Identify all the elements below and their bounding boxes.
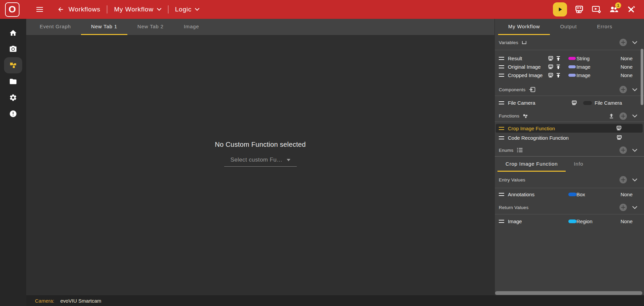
add-function-button[interactable] xyxy=(619,112,627,120)
variable-name: Result xyxy=(508,56,548,61)
horizontal-scrollbar[interactable] xyxy=(495,291,642,295)
drag-handle-icon[interactable] xyxy=(499,74,504,77)
return-values-section-header: Return Values xyxy=(495,201,644,214)
components-icon xyxy=(529,87,535,92)
sidebar-item-notifications[interactable] xyxy=(0,106,26,122)
panel-tab-my-workflow[interactable]: My Workflow xyxy=(498,19,550,35)
camera-link-icon xyxy=(572,100,577,106)
chevron-down-icon xyxy=(157,8,161,11)
variables-section-header: Variables xyxy=(495,35,644,50)
camera-value: evoVIU Smartcam xyxy=(61,298,102,304)
panel-tab-bar: My Workflow Output Errors xyxy=(495,19,644,35)
collapse-chevron-icon[interactable] xyxy=(632,114,637,117)
workflow-selector[interactable]: My Workflow xyxy=(114,6,161,13)
entry-values-section-header: Entry Values xyxy=(495,172,644,188)
variable-name: Original Image xyxy=(508,64,548,70)
drag-handle-icon[interactable] xyxy=(499,220,504,223)
drag-handle-icon[interactable] xyxy=(499,65,504,68)
tab-new-tab-2[interactable]: New Tab 2 xyxy=(127,19,174,35)
component-row[interactable]: File Camera File Camera xyxy=(495,99,644,107)
drag-handle-icon[interactable] xyxy=(499,136,504,139)
camera-link-icon[interactable] xyxy=(575,5,584,13)
panel-tab-output[interactable]: Output xyxy=(550,19,587,35)
variable-row[interactable]: Cropped Image Image None xyxy=(495,71,644,79)
component-name: File Camera xyxy=(508,100,572,106)
run-workflow-button[interactable] xyxy=(553,2,567,16)
add-variable-button[interactable] xyxy=(619,39,627,46)
variables-list: Result String None Original Image Image … xyxy=(495,50,644,83)
functions-icon xyxy=(523,113,528,119)
add-entry-value-button[interactable] xyxy=(619,176,627,183)
back-arrow-icon[interactable] xyxy=(57,6,65,13)
sidebar-item-workflows[interactable] xyxy=(0,57,26,73)
variables-icon xyxy=(522,40,527,44)
empty-state: No Custom Function selected Select custo… xyxy=(26,141,494,167)
topbar-divider xyxy=(168,5,168,13)
app-logo: O xyxy=(5,2,19,17)
notification-badge: 1 xyxy=(615,2,621,8)
drag-handle-icon[interactable] xyxy=(499,127,504,130)
enums-icon xyxy=(517,148,523,152)
type-pill xyxy=(568,219,576,223)
camera-icon xyxy=(9,45,17,53)
function-row-code-recognition[interactable]: Code Recognition Function xyxy=(495,133,644,142)
drag-handle-icon[interactable] xyxy=(499,57,504,60)
enums-section-header: Enums xyxy=(495,144,644,156)
drag-handle-icon[interactable] xyxy=(499,101,504,104)
entry-value-row[interactable]: Annotations Box None xyxy=(495,190,644,199)
media-settings-icon[interactable] xyxy=(592,5,601,13)
add-return-value-button[interactable] xyxy=(619,204,627,211)
collapse-chevron-icon[interactable] xyxy=(632,178,637,181)
folder-icon xyxy=(9,77,17,86)
variable-value: None xyxy=(620,72,633,78)
entry-value-value: None xyxy=(620,192,633,197)
function-name: Code Recognition Function xyxy=(508,135,617,141)
workflow-panel: My Workflow Output Errors Variables Resu… xyxy=(494,19,644,295)
variable-value: None xyxy=(620,56,633,61)
tab-new-tab-1[interactable]: New Tab 1 xyxy=(81,19,127,35)
sidebar-item-camera[interactable] xyxy=(0,41,26,57)
menu-icon[interactable] xyxy=(36,6,43,13)
mode-selector[interactable]: Logic xyxy=(175,6,199,13)
component-type: File Camera xyxy=(595,100,640,106)
service-tools-icon[interactable] xyxy=(627,5,635,13)
return-value-type: Region xyxy=(576,218,620,224)
tab-image[interactable]: Image xyxy=(174,19,209,35)
add-component-button[interactable] xyxy=(619,86,627,93)
collapse-chevron-icon[interactable] xyxy=(632,149,637,152)
function-row-crop-image[interactable]: Crop Image Function xyxy=(496,124,643,133)
panel-tab-errors[interactable]: Errors xyxy=(587,19,622,35)
sidebar-item-files[interactable] xyxy=(0,73,26,90)
chevron-down-icon xyxy=(195,8,199,11)
users-button[interactable]: 1 xyxy=(609,5,618,13)
entry-value-type: Box xyxy=(576,192,620,197)
type-pill xyxy=(568,74,576,77)
vertical-scrollbar[interactable] xyxy=(641,49,643,105)
detail-tab-crop-image-function[interactable]: Crop Image Function xyxy=(497,157,566,172)
top-bar: O Workflows My Workflow Logic xyxy=(0,0,644,19)
nav-workflows[interactable]: Workflows xyxy=(69,6,100,13)
variable-type: Image xyxy=(576,64,620,70)
sidebar-item-home[interactable] xyxy=(0,25,26,41)
variable-row[interactable]: Result String None xyxy=(495,54,644,63)
status-bar: Camera: evoVIU Smartcam xyxy=(26,295,644,306)
tab-event-graph[interactable]: Event Graph xyxy=(30,19,81,35)
collapse-chevron-icon[interactable] xyxy=(632,41,637,44)
drag-handle-icon[interactable] xyxy=(499,193,504,196)
dropdown-underline xyxy=(224,166,297,167)
entry-value-name: Annotations xyxy=(508,192,566,197)
variable-row[interactable]: Original Image Image None xyxy=(495,63,644,71)
return-value-row[interactable]: Image Region None xyxy=(495,217,644,226)
collapse-chevron-icon[interactable] xyxy=(632,88,637,91)
variable-type: String xyxy=(576,56,620,61)
dropdown-label: Select custom Fu… xyxy=(230,157,282,163)
sidebar-item-settings[interactable] xyxy=(0,90,26,106)
upload-function-icon[interactable] xyxy=(609,113,614,119)
custom-function-dropdown[interactable]: Select custom Fu… xyxy=(224,157,297,167)
collapse-chevron-icon[interactable] xyxy=(632,206,637,209)
function-detail-tab-bar: Crop Image Function Info xyxy=(495,157,644,172)
components-list: File Camera File Camera xyxy=(495,96,644,110)
type-pill xyxy=(568,193,576,196)
add-enum-button[interactable] xyxy=(619,146,627,154)
detail-tab-info[interactable]: Info xyxy=(566,157,591,172)
